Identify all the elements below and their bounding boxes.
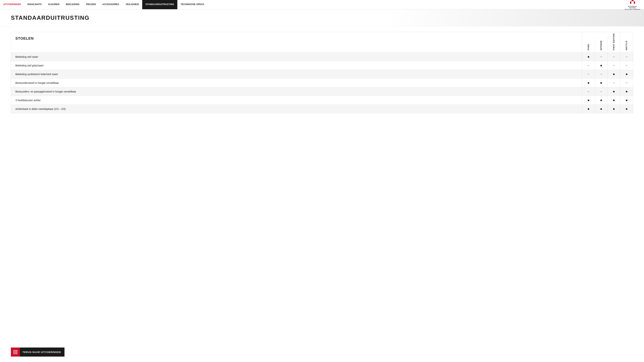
feature-name: Achterbank in delen neerklapbaar (1/3 – … (11, 105, 582, 113)
dot-indicator: ● (626, 72, 628, 76)
feature-cell: ● (608, 105, 620, 113)
table-row: Bekleding synthetisch leder/stof zwart––… (11, 70, 633, 78)
feature-cell: – (608, 52, 620, 61)
feature-cells: –●–– (582, 61, 633, 70)
nav-bekleding[interactable]: BEKLEDING (63, 0, 83, 9)
feature-cell: ● (608, 96, 620, 104)
feature-cell: – (582, 70, 595, 78)
feature-cell: – (608, 78, 620, 87)
feature-name: Bekleding stof zwart (11, 52, 582, 61)
main-nav: UITVOERINGEN HIGHLIGHTS KLEUREN BEKLEDIN… (0, 0, 644, 9)
feature-cell: – (595, 87, 608, 96)
feature-cells: ●––– (582, 52, 633, 61)
feature-cell: ● (620, 87, 633, 96)
feature-cell: ● (582, 78, 595, 87)
dot-indicator: ● (587, 81, 590, 85)
feature-cell: ● (608, 87, 620, 96)
table-row: Achterbank in delen neerklapbaar (1/3 – … (11, 104, 633, 113)
dash-indicator: – (588, 90, 589, 93)
feature-cell: – (595, 70, 608, 78)
dash-indicator: – (613, 55, 615, 58)
feature-cells: ––●● (582, 70, 633, 78)
feature-cells: ●●–– (582, 78, 633, 87)
dot-indicator: ● (613, 107, 615, 111)
dash-indicator: – (588, 64, 589, 67)
feature-cell: – (620, 61, 633, 70)
feature-cell: – (608, 61, 620, 70)
main-content: STOELEN PURE INTENSE FIRST EDITION INSTY… (0, 26, 644, 124)
dash-indicator: – (600, 73, 602, 76)
dot-indicator: ● (600, 107, 602, 111)
dot-indicator: ● (613, 72, 615, 76)
feature-cell: ● (595, 96, 608, 104)
nav-veiligheid[interactable]: VEILIGHEID (122, 0, 142, 9)
dash-indicator: – (626, 55, 628, 58)
feature-name: Bestuurders- en passagiersstoel in hoogt… (11, 87, 582, 96)
back-icon-box (11, 348, 20, 357)
rows-container: Bekleding stof zwart●–––Bekleding stof g… (11, 52, 633, 113)
feature-cell: ● (582, 105, 595, 113)
table-row: Bekleding stof zwart●––– (11, 52, 633, 61)
nav-kleuren[interactable]: KLEUREN (45, 0, 63, 9)
dot-indicator: ● (600, 98, 602, 102)
feature-cell: – (582, 61, 595, 70)
nav-prijzen[interactable]: PRIJZEN (83, 0, 99, 9)
back-button-container: TERUG NAAR UITVOERINGEN (11, 348, 64, 357)
dash-indicator: – (613, 81, 615, 84)
feature-cell: – (620, 78, 633, 87)
feature-cell: ● (582, 96, 595, 104)
dot-indicator: ● (587, 107, 590, 111)
col-header-intense: INTENSE (595, 38, 608, 52)
dot-indicator: ● (587, 55, 590, 59)
section-header: STOELEN PURE INTENSE FIRST EDITION INSTY… (11, 32, 633, 52)
dash-indicator: – (626, 64, 628, 67)
logo-text: MITSUBISHI MOTORS Drive your Ambition (625, 6, 640, 10)
column-headers: PURE INTENSE FIRST EDITION INSTYLE (582, 32, 633, 52)
feature-cell: – (582, 87, 595, 96)
dot-indicator: ● (626, 89, 628, 94)
feature-cell: ● (595, 78, 608, 87)
table-row: Bestuurdersstoel in hoogte verstelbaar●●… (11, 78, 633, 87)
table-row: Bekleding stof grijs/zwart–●–– (11, 61, 633, 70)
table-row: Bestuurders- en passagiersstoel in hoogt… (11, 87, 633, 96)
dot-indicator: ● (587, 98, 590, 102)
feature-cell: ● (595, 61, 608, 70)
feature-cell: ● (582, 52, 595, 61)
dash-indicator: – (600, 90, 602, 93)
feature-cells: ––●● (582, 87, 633, 96)
dot-indicator: ● (626, 107, 628, 111)
feature-name: Bekleding stof grijs/zwart (11, 61, 582, 70)
section-title-cell: STOELEN (11, 32, 582, 52)
dot-indicator: ● (613, 89, 615, 94)
feature-cell: – (620, 52, 633, 61)
nav-accessoires[interactable]: ACCESSOIRES (99, 0, 122, 9)
mitsubishi-icon (628, 0, 636, 6)
feature-cell: ● (595, 105, 608, 113)
feature-cell: ● (620, 70, 633, 78)
feature-cells: ●●●● (582, 96, 633, 104)
nav-uitvoeringen[interactable]: UITVOERINGEN (0, 0, 24, 9)
dot-indicator: ● (600, 81, 602, 85)
page-header: STANDAARDUITRUSTING (0, 9, 644, 26)
back-button[interactable]: TERUG NAAR UITVOERINGEN (11, 348, 64, 357)
nav-technische-specs[interactable]: TECHNISCHE SPECS (177, 0, 208, 9)
feature-table: STOELEN PURE INTENSE FIRST EDITION INSTY… (11, 32, 633, 113)
feature-name: Bestuurdersstoel in hoogte verstelbaar (11, 78, 582, 87)
nav-highlights[interactable]: HIGHLIGHTS (24, 0, 45, 9)
back-button-label: TERUG NAAR UITVOERINGEN (22, 351, 61, 354)
feature-cells: ●●●● (582, 105, 633, 113)
feature-cell: ● (608, 70, 620, 78)
dash-indicator: – (600, 55, 602, 58)
nav-standaarduitrusting[interactable]: STANDAARDUITRUSTING (142, 0, 177, 9)
feature-name: 3 hoofdsteunen achter (11, 96, 582, 104)
feature-cell: ● (620, 105, 633, 113)
dash-indicator: – (588, 73, 589, 76)
dash-indicator: – (626, 81, 628, 84)
col-header-instyle: INSTYLE (620, 38, 633, 52)
dot-indicator: ● (626, 98, 628, 102)
dash-indicator: – (613, 64, 615, 67)
brand-logo: MITSUBISHI MOTORS Drive your Ambition (625, 0, 640, 10)
feature-cell: ● (620, 96, 633, 104)
feature-cell: – (595, 52, 608, 61)
section-title: STOELEN (16, 36, 34, 40)
